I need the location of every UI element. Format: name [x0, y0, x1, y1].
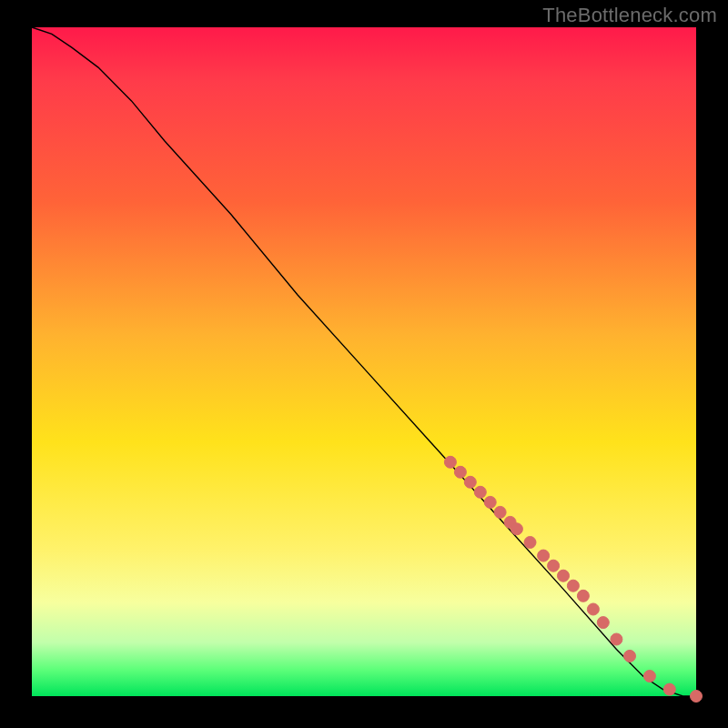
data-point — [587, 603, 599, 615]
data-point — [454, 466, 466, 478]
data-point — [691, 691, 703, 703]
data-point — [643, 671, 655, 682]
data-point — [611, 633, 622, 645]
data-point — [548, 560, 560, 571]
data-point — [577, 590, 589, 602]
chart-frame: TheBottleneck.com — [0, 0, 728, 728]
data-point — [624, 650, 636, 662]
data-point — [524, 537, 536, 549]
data-point — [511, 523, 522, 535]
data-point — [538, 550, 550, 561]
data-point — [558, 570, 570, 581]
plot-area — [32, 27, 696, 696]
data-point — [464, 476, 476, 488]
data-point — [474, 486, 486, 498]
data-point — [494, 506, 506, 518]
data-point — [567, 580, 579, 592]
data-points — [444, 456, 702, 702]
data-point — [597, 617, 609, 629]
watermark-label: TheBottleneck.com — [542, 4, 717, 27]
chart-svg — [32, 27, 696, 696]
data-point — [484, 496, 496, 508]
curve-line — [32, 27, 696, 696]
data-point — [444, 456, 456, 468]
data-point — [663, 683, 675, 695]
